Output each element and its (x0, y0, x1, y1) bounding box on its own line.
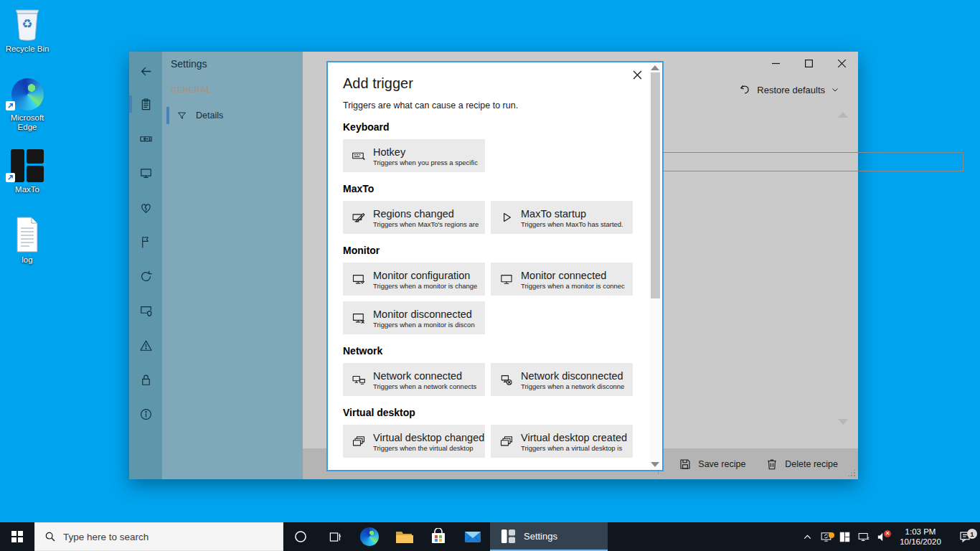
close-icon (838, 60, 846, 67)
desktop-icon-maxto[interactable]: MaxTo (0, 145, 55, 194)
tile-description: Triggers when a monitor is discon (373, 321, 475, 329)
dialog-subtitle: Triggers are what can cause a recipe to … (343, 100, 649, 110)
trigger-tile[interactable]: HotkeyTriggers when you press a specific (343, 139, 485, 172)
taskbar-edge-button[interactable] (352, 522, 387, 551)
task-view-button[interactable] (318, 522, 352, 551)
tile-title: Virtual desktop changed (373, 431, 484, 444)
scrollbar-up-arrow[interactable] (651, 65, 659, 70)
taskbar-search[interactable]: Type here to search (34, 522, 283, 551)
sidebar-item-warning[interactable] (129, 333, 162, 357)
trigger-tile[interactable]: Network connectedTriggers when a network… (343, 363, 485, 396)
maxto-icon (500, 528, 517, 545)
dialog-scrollbar[interactable] (649, 62, 661, 470)
desktop-icon-recycle-bin[interactable]: ♻ Recycle Bin (0, 4, 55, 54)
window-shield-icon (139, 304, 153, 318)
tile-title: Virtual desktop created (521, 431, 627, 444)
add-trigger-dialog: Add trigger Triggers are what can cause … (326, 61, 664, 471)
taskbar-explorer-button[interactable] (387, 522, 421, 551)
trigger-tile[interactable]: Monitor configurationTriggers when a mon… (343, 263, 485, 296)
resize-grip[interactable] (847, 468, 856, 477)
tray-maxto-icon[interactable] (835, 531, 854, 543)
tile-description: Triggers when a virtual desktop is (521, 444, 627, 452)
scrollbar-down-arrow[interactable] (651, 462, 659, 467)
sidebar-item-lock[interactable] (129, 367, 162, 392)
funnel-icon (176, 110, 187, 121)
sidebar-item-window-shield[interactable] (129, 298, 162, 323)
tray-network-icon[interactable] (854, 531, 872, 543)
save-icon (679, 458, 692, 471)
minimize-button[interactable] (759, 52, 792, 75)
trigger-tile[interactable]: Virtual desktop changedTriggers when the… (343, 425, 485, 458)
sidebar-item-heart[interactable] (129, 195, 162, 220)
trigger-tile[interactable]: MaxTo startupTriggers when MaxTo has sta… (491, 201, 633, 234)
recycle-bin-icon: ♻ (0, 4, 55, 42)
tile-description: Triggers when you press a specific (373, 159, 478, 166)
settings-panel: Settings GENERAL Details (162, 52, 303, 479)
sidebar-item-sync[interactable] (129, 264, 162, 288)
panel-item-label: Details (196, 110, 223, 121)
trigger-tile[interactable]: Virtual desktop createdTriggers when a v… (491, 425, 633, 458)
delete-recipe-button[interactable]: Delete recipe (765, 458, 838, 471)
shortcut-arrow-icon (6, 173, 15, 182)
maxto-icon (839, 531, 851, 543)
tile-grid: Regions changedTriggers when MaxTo's reg… (343, 201, 639, 234)
region-edit-icon (352, 210, 366, 225)
tray-update-icon[interactable] (816, 531, 835, 543)
panel-item-details[interactable]: Details (166, 106, 298, 125)
selection-indicator (166, 107, 169, 124)
taskbar-settings-button[interactable]: Settings (490, 522, 608, 551)
trigger-tile[interactable]: Regions changedTriggers when MaxTo's reg… (343, 201, 485, 234)
tray-clock[interactable]: 1:03 PM 10/16/2020 (894, 527, 947, 547)
section-label: MaxTo (343, 183, 649, 194)
undo-icon (738, 83, 751, 96)
taskbar-mail-button[interactable] (456, 522, 490, 551)
desktop-icon-label: MaxTo (0, 185, 55, 194)
system-tray: ✕ 1:03 PM 10/16/2020 1 (798, 522, 980, 551)
tile-grid: Network connectedTriggers when a network… (343, 363, 639, 396)
network-x-icon (499, 372, 514, 387)
start-button[interactable] (0, 522, 34, 551)
tile-title: Hotkey (373, 146, 478, 159)
desktop-icon-log[interactable]: log (0, 215, 55, 265)
trigger-tile[interactable]: Monitor disconnectedTriggers when a moni… (343, 301, 485, 334)
task-view-icon (329, 530, 342, 544)
tile-grid: Virtual desktop changedTriggers when the… (343, 425, 639, 458)
play-icon (499, 210, 514, 225)
scroll-up-arrow[interactable] (838, 112, 848, 118)
trigger-tile[interactable]: Monitor connectedTriggers when a monitor… (491, 263, 633, 296)
tray-expand-button[interactable] (798, 531, 816, 543)
tray-volume-icon[interactable]: ✕ (872, 531, 891, 543)
maximize-button[interactable] (792, 52, 825, 75)
back-button[interactable] (129, 59, 162, 83)
edge-icon (0, 73, 55, 110)
sidebar-item-monitor[interactable] (129, 161, 162, 185)
save-recipe-button[interactable]: Save recipe (679, 458, 745, 471)
maxto-icon (0, 145, 55, 182)
dialog-body: Add trigger Triggers are what can cause … (328, 62, 649, 470)
desktop-icon-label: log (0, 255, 55, 265)
search-placeholder: Type here to search (63, 532, 149, 542)
restore-defaults-button[interactable]: Restore defaults (738, 81, 839, 98)
scroll-down-arrow[interactable] (838, 419, 848, 425)
scrollbar-thumb[interactable] (651, 72, 660, 298)
tile-title: Monitor configuration (373, 269, 477, 282)
vdesktop-icon (499, 434, 514, 448)
cortana-button[interactable] (283, 522, 318, 551)
sidebar-item-clipboard[interactable] (129, 92, 162, 116)
desktop-icon-microsoft-edge[interactable]: Microsoft Edge (0, 73, 55, 132)
warning-icon (139, 339, 153, 352)
section-label: Keyboard (343, 121, 649, 133)
action-center-button[interactable]: 1 (950, 530, 980, 543)
file-explorer-icon (395, 527, 413, 546)
taskbar-store-button[interactable] (421, 522, 456, 551)
sidebar-item-flag[interactable] (129, 230, 162, 254)
sidebar-item-input-box[interactable] (129, 126, 162, 151)
section-label: Monitor (343, 245, 649, 256)
network-icon (352, 372, 366, 387)
panel-section-general: GENERAL (171, 85, 212, 94)
close-window-button[interactable] (825, 52, 858, 75)
sidebar-item-info[interactable] (129, 402, 162, 426)
lock-icon (139, 373, 153, 387)
monitor-x-icon (352, 311, 366, 325)
trigger-tile[interactable]: Network disconnectedTriggers when a netw… (491, 363, 633, 396)
